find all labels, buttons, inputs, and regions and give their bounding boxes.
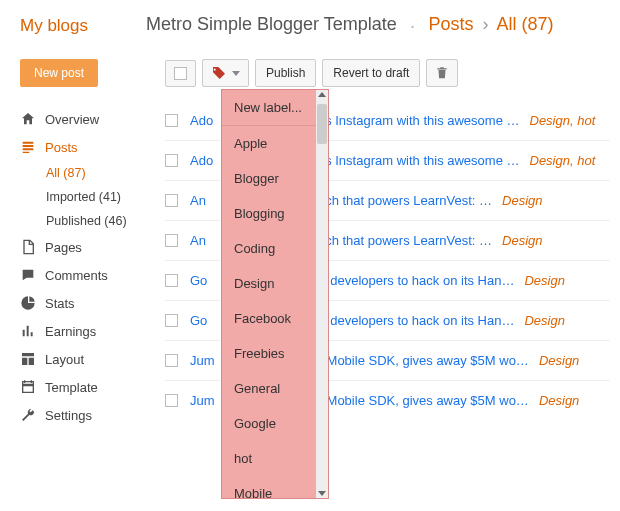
post-title-link[interactable]: ech that powers LearnVest: … (318, 193, 492, 208)
post-checkbox[interactable] (165, 234, 178, 247)
sidebar-item-earnings[interactable]: Earnings (20, 317, 155, 345)
post-checkbox[interactable] (165, 394, 178, 407)
sidebar-item-layout[interactable]: Layout (20, 345, 155, 373)
trash-icon (435, 66, 449, 80)
scroll-up-icon[interactable] (318, 92, 326, 97)
sidebar-item-label: Pages (45, 240, 82, 255)
dropdown-label-item[interactable]: General (222, 371, 328, 406)
post-title-start[interactable]: Ado (190, 113, 213, 128)
post-labels[interactable]: Design, hot (530, 113, 596, 128)
labels-dropdown-button[interactable] (202, 59, 249, 87)
post-labels[interactable]: Design (524, 313, 564, 328)
sidebar-item-label: Posts (45, 140, 78, 155)
sidebar-item-comments[interactable]: Comments (20, 261, 155, 289)
breadcrumb-posts[interactable]: Posts (428, 14, 473, 34)
post-labels[interactable]: Design (524, 273, 564, 288)
post-title-start[interactable]: Go (190, 273, 207, 288)
scrollbar-thumb[interactable] (317, 104, 327, 144)
sidebar: New post Overview Posts All (87) Importe… (0, 47, 155, 511)
post-checkbox[interactable] (165, 154, 178, 167)
header: My blogs Metro Simple Blogger Template ·… (0, 0, 620, 47)
post-checkbox[interactable] (165, 194, 178, 207)
dropdown-label-item[interactable]: Coding (222, 231, 328, 266)
dropdown-label-item[interactable]: Freebies (222, 336, 328, 371)
dropdown-label-item[interactable]: Blogging (222, 196, 328, 231)
sidebar-item-label: Settings (45, 408, 92, 423)
sidebar-item-label: Comments (45, 268, 108, 283)
dropdown-new-label[interactable]: New label... (222, 90, 328, 125)
dropdown-label-item[interactable]: Facebook (222, 301, 328, 336)
blog-name: Metro Simple Blogger Template (146, 14, 397, 34)
comments-icon (20, 267, 36, 283)
sidebar-sub-all[interactable]: All (87) (46, 161, 155, 185)
sidebar-sub-imported[interactable]: Imported (41) (46, 185, 155, 209)
delete-button[interactable] (426, 59, 458, 87)
sidebar-item-settings[interactable]: Settings (20, 401, 155, 429)
sidebar-item-pages[interactable]: Pages (20, 233, 155, 261)
home-icon (20, 111, 36, 127)
post-title-link[interactable]: 5 developers to hack on its Han… (319, 273, 514, 288)
sidebar-item-label: Earnings (45, 324, 96, 339)
select-all-checkbox[interactable] (165, 60, 196, 87)
dropdown-label-item[interactable]: Design (222, 266, 328, 301)
dropdown-label-item[interactable]: Mobile (222, 476, 328, 499)
post-title-start[interactable]: Ado (190, 153, 213, 168)
post-labels[interactable]: Design, hot (530, 153, 596, 168)
post-title-start[interactable]: An (190, 193, 206, 208)
sidebar-sub-published[interactable]: Published (46) (46, 209, 155, 233)
post-title-start[interactable]: Jum (190, 393, 215, 408)
sidebar-item-label: Overview (45, 112, 99, 127)
scroll-down-icon[interactable] (318, 491, 326, 496)
sidebar-item-overview[interactable]: Overview (20, 105, 155, 133)
post-labels[interactable]: Design (539, 353, 579, 368)
layout-icon (20, 351, 36, 367)
sidebar-item-label: Stats (45, 296, 75, 311)
my-blogs-link[interactable]: My blogs (20, 16, 88, 36)
dropdown-label-item[interactable]: Google (222, 406, 328, 441)
posts-icon (20, 139, 36, 155)
earnings-icon (20, 323, 36, 339)
breadcrumb-dot: · (410, 14, 416, 36)
post-checkbox[interactable] (165, 274, 178, 287)
new-post-button[interactable]: New post (20, 59, 98, 87)
chevron-down-icon (232, 71, 240, 76)
post-labels[interactable]: Design (502, 193, 542, 208)
post-checkbox[interactable] (165, 314, 178, 327)
breadcrumb: Metro Simple Blogger Template · Posts › … (146, 14, 553, 37)
sidebar-item-posts[interactable]: Posts (20, 133, 155, 161)
sidebar-item-template[interactable]: Template (20, 373, 155, 401)
dropdown-label-item[interactable]: Apple (222, 126, 328, 161)
breadcrumb-all[interactable]: All (87) (496, 14, 553, 34)
post-labels[interactable]: Design (539, 393, 579, 408)
template-icon (20, 379, 36, 395)
post-title-start[interactable]: An (190, 233, 206, 248)
wrench-icon (20, 407, 36, 423)
dropdown-label-item[interactable]: hot (222, 441, 328, 476)
tag-icon (211, 65, 227, 81)
sidebar-item-label: Template (45, 380, 98, 395)
post-title-link[interactable]: Mobile SDK, gives away $5M wo… (327, 393, 529, 408)
publish-button[interactable]: Publish (255, 59, 316, 87)
labels-dropdown: New label... AppleBloggerBloggingCodingD… (221, 89, 329, 499)
post-labels[interactable]: Design (502, 233, 542, 248)
main-content: Publish Revert to draft Ados Instagram w… (155, 47, 620, 511)
pages-icon (20, 239, 36, 255)
revert-button[interactable]: Revert to draft (322, 59, 420, 87)
dropdown-scrollbar[interactable] (316, 90, 328, 498)
toolbar: Publish Revert to draft (165, 59, 610, 87)
post-title-start[interactable]: Jum (190, 353, 215, 368)
dropdown-label-item[interactable]: Blogger (222, 161, 328, 196)
post-title-link[interactable]: s Instagram with this awesome … (325, 153, 519, 168)
breadcrumb-sep: › (482, 14, 488, 34)
post-checkbox[interactable] (165, 354, 178, 367)
post-title-link[interactable]: Mobile SDK, gives away $5M wo… (327, 353, 529, 368)
stats-icon (20, 295, 36, 311)
post-title-link[interactable]: 5 developers to hack on its Han… (319, 313, 514, 328)
sidebar-item-stats[interactable]: Stats (20, 289, 155, 317)
post-title-start[interactable]: Go (190, 313, 207, 328)
post-checkbox[interactable] (165, 114, 178, 127)
sidebar-item-label: Layout (45, 352, 84, 367)
post-title-link[interactable]: s Instagram with this awesome … (325, 113, 519, 128)
post-title-link[interactable]: ech that powers LearnVest: … (318, 233, 492, 248)
